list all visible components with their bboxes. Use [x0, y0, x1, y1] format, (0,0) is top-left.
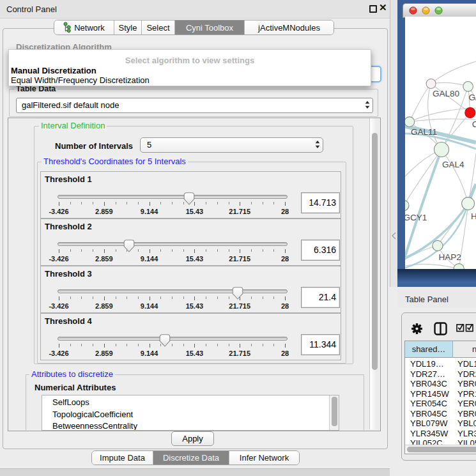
svg-text:GCY1: GCY1 — [405, 213, 427, 222]
svg-text:H: H — [471, 211, 476, 221]
svg-text:GAL11: GAL11 — [411, 127, 437, 137]
svg-text:HAP2: HAP2 — [438, 252, 461, 262]
svg-text:CC: CC — [472, 119, 476, 129]
svg-text:GA: GA — [469, 93, 476, 102]
svg-text:GAL80: GAL80 — [433, 89, 459, 98]
svg-text:GAL4: GAL4 — [442, 160, 464, 169]
